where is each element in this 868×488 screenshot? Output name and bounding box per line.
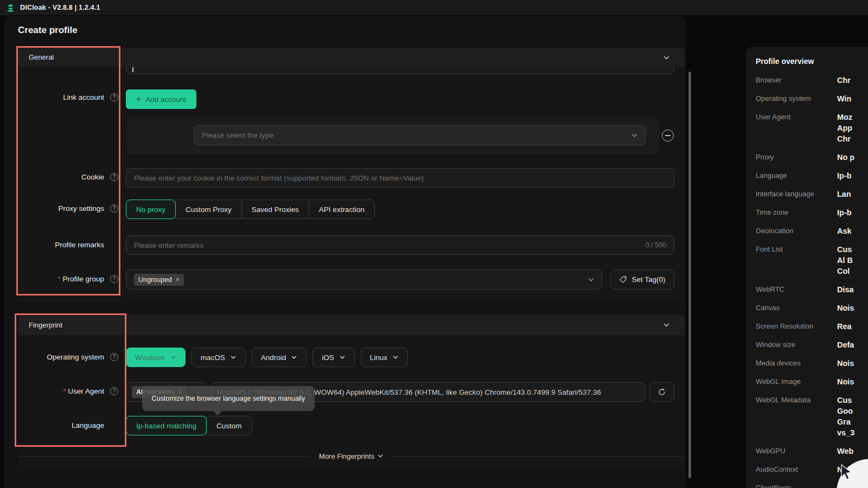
overview-value-line: Cus [837, 244, 853, 255]
os-buttons: WindowsmacOSAndroidiOSLinux [126, 348, 408, 367]
overview-row-value: Disa [837, 284, 854, 295]
overview-value-line: Disa [837, 284, 854, 295]
remove-account-row-icon[interactable] [662, 130, 674, 142]
overview-row: Screen ResolutionRea [756, 321, 868, 332]
fingerprint-collapse-chevron-icon[interactable] [663, 322, 670, 329]
button-label: Windows [135, 354, 165, 362]
overview-row-value: Nois [837, 358, 854, 369]
button-label: Saved Proxies [252, 206, 299, 214]
operating-system-help-icon[interactable] [110, 353, 118, 361]
profile-group-select[interactable]: Ungrouped × [126, 269, 602, 290]
overview-row-label: User Agent [756, 112, 837, 144]
more-fingerprints-row: More Fingerprints [18, 451, 685, 461]
cookie-placeholder: Please enter your cookie in the correct … [134, 174, 666, 182]
overview-row-label: Proxy [756, 152, 837, 163]
vertical-scrollbar[interactable] [688, 72, 691, 478]
overview-row: CanvasNois [756, 303, 868, 313]
overview-row-value: CusGooGravs_3 [837, 395, 854, 438]
overview-value-line: Col [837, 266, 853, 277]
api-extraction-button[interactable]: API extraction [309, 200, 375, 219]
link-account-label: Link account [18, 92, 104, 103]
button-label: Ip-based matching [136, 422, 196, 430]
tooltip-text: Customize the browser language settings … [152, 395, 305, 402]
overview-row: BrowserChr [756, 75, 868, 86]
overview-row-value: Defa [837, 339, 854, 350]
remarks-counter: 0 / 500 [646, 241, 666, 249]
chevron-down-icon [339, 354, 346, 361]
button-label: No proxy [136, 206, 165, 214]
refresh-user-agent-button[interactable] [649, 382, 674, 402]
overview-value-line: Chr [837, 133, 852, 144]
overview-row: WebGPUWeb [756, 446, 868, 457]
overview-row: WebGL MetadataCusGooGravs_3 [756, 395, 868, 438]
add-account-label: Add account [145, 95, 186, 104]
overview-row-label: Media devices [756, 358, 837, 369]
overview-row: LanguageIp-b [756, 170, 868, 181]
overview-row-label: Canvas [756, 303, 837, 313]
divider [18, 456, 311, 457]
ios-button[interactable]: iOS [312, 348, 355, 367]
button-label: macOS [201, 354, 225, 362]
refresh-icon [658, 388, 666, 396]
mouse-cursor-icon [840, 464, 854, 480]
profile-group-help-icon[interactable] [110, 275, 118, 283]
custom-proxy-button[interactable]: Custom Proxy [175, 200, 242, 219]
overview-value-line: No p [837, 152, 854, 163]
linux-button[interactable]: Linux [361, 348, 408, 367]
profile-overview-rows: BrowserChrOperating systemWinUser AgentM… [756, 75, 868, 488]
app-window: { "titlebar": { "app_title": "DICloak - … [0, 0, 868, 488]
overview-row-value: Rea [837, 321, 852, 332]
language-tooltip: Customize the browser language settings … [142, 386, 315, 411]
link-account-help-icon[interactable] [110, 93, 118, 101]
overview-row: ProxyNo p [756, 152, 868, 163]
account-type-select[interactable]: Please select the type [194, 125, 646, 145]
page-title: Create profile [18, 25, 78, 36]
general-section-header[interactable]: General [18, 48, 685, 66]
fingerprint-section-label: Fingerprint [29, 321, 62, 329]
windows-button[interactable]: Windows [126, 348, 186, 367]
cookie-help-icon[interactable] [110, 173, 118, 181]
profile-remarks-input[interactable]: Please enter remarks 0 / 500 [126, 235, 674, 255]
cookie-label: Cookie [18, 172, 104, 183]
ip-based-matching-button[interactable]: Ip-based matching [126, 416, 207, 435]
overview-row-label: Screen Resolution [756, 321, 837, 332]
android-button[interactable]: Android [252, 348, 307, 367]
chevron-down-icon [588, 276, 595, 283]
overview-row-value: Chr [837, 75, 851, 86]
plus-icon: + [136, 95, 141, 104]
add-account-button[interactable]: + Add account [126, 89, 196, 109]
proxy-help-icon[interactable] [110, 204, 118, 213]
chevron-down-icon [377, 453, 384, 459]
profile-remarks-label: Profile remarks [18, 240, 104, 251]
text-cursor [132, 67, 133, 72]
overview-row-value: Nois [837, 376, 854, 387]
overview-value-line: Chr [837, 75, 851, 86]
macos-button[interactable]: macOS [192, 348, 246, 367]
remarks-placeholder: Please enter remarks [134, 241, 640, 249]
button-label: Linux [370, 354, 387, 362]
user-agent-help-icon[interactable] [110, 387, 118, 395]
more-fingerprints-button[interactable]: More Fingerprints [319, 452, 384, 460]
cookie-input[interactable]: Please enter your cookie in the correct … [126, 168, 674, 188]
overview-value-line: Ip-b [837, 170, 852, 181]
ungrouped-chip[interactable]: Ungrouped × [134, 274, 184, 286]
overview-value-line: Gra [837, 416, 854, 427]
overview-row-label: WebGL Image [756, 376, 837, 387]
overview-row-label: Font List [756, 244, 837, 277]
overview-value-line: Nois [837, 358, 854, 369]
overview-value-line: Goo [837, 406, 854, 416]
fingerprint-section-header[interactable]: Fingerprint [18, 314, 685, 335]
overview-row-label: WebGL Metadata [756, 395, 837, 438]
overview-row: Interface languageLan [756, 189, 868, 200]
chevron-down-icon [230, 354, 237, 361]
overview-row: GeolocationAsk [756, 226, 868, 236]
general-collapse-chevron-icon[interactable] [663, 54, 670, 61]
button-label: Custom Proxy [186, 206, 232, 214]
set-tag-button[interactable]: Set Tag(0) [610, 269, 674, 290]
no-proxy-button[interactable]: No proxy [126, 200, 176, 219]
saved-proxies-button[interactable]: Saved Proxies [241, 200, 309, 219]
chip-close-icon[interactable]: × [176, 277, 180, 283]
overview-row-label: Operating system [756, 93, 837, 104]
profile-overview-panel: Profile overview BrowserChrOperating sys… [746, 47, 868, 488]
overview-row-label: Language [756, 170, 837, 181]
